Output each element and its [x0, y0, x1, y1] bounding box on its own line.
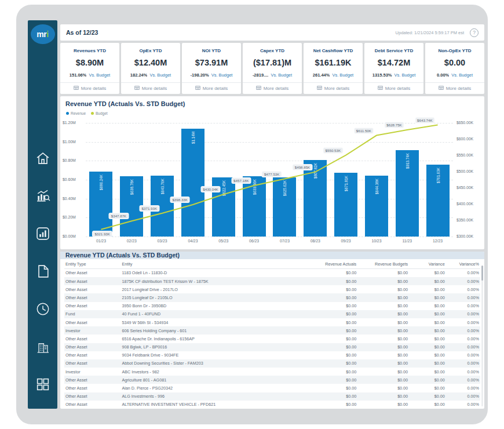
table-scrollbar-track[interactable] — [481, 266, 483, 406]
sidebar-item-home[interactable] — [35, 150, 51, 166]
more-details-link[interactable]: More details — [425, 82, 484, 94]
kpi-variance-pct: -2819.... — [253, 72, 269, 78]
table-cell: 0.00% — [446, 318, 480, 326]
x-axis-label: 10/23 — [361, 239, 392, 243]
table-row[interactable]: Other AssetAgriculture 801 - AG081$0.00$… — [64, 376, 480, 384]
more-details-label: More details — [81, 86, 107, 91]
table-cell: 0.00% — [446, 293, 480, 301]
table-cell: $0.00 — [409, 384, 446, 392]
table-cell: Other Asset — [64, 293, 120, 301]
table-row[interactable]: InvestorABC Investors - 982$0.00$0.00$0.… — [64, 368, 480, 376]
table-scrollbar-thumb[interactable] — [481, 266, 483, 281]
more-details-link[interactable]: More details — [364, 82, 423, 94]
kpi-card-4: Capex YTD($17.81)M-2819....Vs. BudgetMor… — [243, 43, 302, 94]
chart-plot: $1.20M$1.00M$0.80M$0.60M$0.40M$0.20M$0.0… — [86, 123, 453, 237]
table-col-header[interactable]: Variance — [409, 259, 446, 269]
table-cell: 0.00% — [446, 401, 480, 409]
sidebar-item-properties[interactable] — [35, 339, 51, 355]
kpi-card-1: Revenues YTD$8.90M151.06%Vs. BudgetMore … — [60, 43, 119, 94]
table-cell: $0.00 — [409, 268, 446, 277]
table-cell: Other Asset — [64, 351, 120, 359]
table-col-header[interactable]: Revenue Actuals — [307, 259, 357, 269]
table-cell: 5349 W 56th St - 534934 — [120, 318, 307, 326]
table-row[interactable]: Other Asset5349 W 56th St - 534934$0.00$… — [64, 318, 480, 326]
table-cell: 0.00% — [446, 384, 480, 392]
more-details-link[interactable]: More details — [304, 82, 363, 94]
more-details-icon — [256, 85, 261, 92]
table-col-header[interactable]: Entity — [120, 259, 307, 269]
table-row[interactable]: Investor606 Series Holding Company - 601… — [64, 326, 480, 335]
table-row[interactable]: Other Asset2017 Longleaf Drive - 2017LO$… — [64, 285, 480, 293]
kpi-variance-row: -2819....Vs. Budget — [253, 72, 292, 78]
table-cell: 0.00% — [446, 277, 480, 285]
table-row[interactable]: Other Asset9034 Feldbank Drive - 9034FE$… — [64, 351, 480, 359]
right-axis-tick: $350.00K — [456, 218, 482, 222]
sidebar-item-analytics[interactable] — [35, 188, 51, 204]
x-axis-label: 03/23 — [147, 239, 178, 243]
kpi-value: $8.90M — [76, 58, 104, 67]
chart-legend: RevenueBudget — [66, 111, 108, 115]
table-head: Entity TypeEntityRevenue ActualsRevenue … — [64, 259, 480, 269]
sidebar-item-documents[interactable] — [35, 263, 51, 279]
table-cell: $0.00 — [307, 277, 357, 285]
table-col-header[interactable]: Entity Type — [64, 259, 120, 269]
more-details-link[interactable]: More details — [60, 82, 119, 94]
kpi-vs-budget-label: Vs. Budget — [395, 72, 416, 78]
table-cell: 0.00% — [446, 285, 480, 293]
table-cell: Other Asset — [64, 277, 120, 285]
kpi-value: $73.91M — [195, 58, 228, 67]
more-details-link[interactable]: More details — [121, 82, 180, 94]
budget-point-label: $550.53K — [324, 148, 343, 153]
x-axis-label: 05/23 — [208, 239, 239, 243]
table-cell: 606 Series Holding Company - 601 — [120, 326, 307, 335]
properties-icon — [35, 347, 51, 357]
table-cell: $0.00 — [357, 302, 409, 310]
more-details-link[interactable]: More details — [243, 82, 302, 94]
table-cell: 0.00% — [446, 343, 480, 351]
kpi-vs-budget-label: Vs. Budget — [149, 72, 171, 78]
table-row[interactable]: Other Asset1875K CF distribution TEST Kr… — [64, 277, 480, 285]
sidebar-item-history[interactable] — [35, 301, 51, 317]
chart-title: Revenue YTD (Actuals Vs. STD Budget) — [65, 100, 185, 107]
table-cell: ABC Investors - 982 — [120, 368, 307, 376]
logo-text: mri — [36, 30, 48, 39]
table-col-header[interactable]: Variance% — [446, 259, 480, 269]
table-row[interactable]: Other Asset1183 Odell Ln - 11830-D$0.00$… — [64, 268, 480, 277]
sidebar-item-reports[interactable] — [35, 226, 51, 242]
table-cell: $0.00 — [357, 368, 409, 376]
table-row[interactable]: Other AssetALG Investments - 996$0.00$0.… — [64, 392, 480, 401]
table-row[interactable]: Other Asset6516 Apache Dr. Indianapolis … — [64, 335, 480, 343]
table-row[interactable]: Other Asset908 Bglwk, LP - BP0016$0.00$0… — [64, 343, 480, 351]
more-details-label: More details — [385, 86, 411, 91]
table-row[interactable]: Other AssetAlan D. Pierce - PSG20342$0.0… — [64, 384, 480, 392]
table-row[interactable]: Fund40 Fund 1 - 40FUND$0.00$0.00$0.000.0… — [64, 310, 480, 318]
budget-point-label: $611.50K — [355, 128, 373, 133]
table-cell: $0.00 — [409, 326, 446, 335]
mri-logo[interactable]: mri — [31, 24, 55, 44]
table-cell: ALTERNATIVE INVESTMENT VEHICLE - PFD621 — [120, 401, 307, 409]
table-cell: $0.00 — [357, 285, 409, 293]
help-icon[interactable]: ? — [470, 28, 479, 37]
sidebar-item-apps[interactable] — [35, 376, 51, 392]
more-details-link[interactable]: More details — [182, 82, 241, 94]
table-row[interactable]: Other Asset3950 Bonn Dr - 3950BD$0.00$0.… — [64, 302, 480, 310]
kpi-variance-pct: -198.20% — [191, 72, 209, 78]
table-row[interactable]: Other AssetAbbot Downing Securities - Si… — [64, 359, 480, 368]
table-cell: $0.00 — [307, 359, 357, 368]
more-details-label: More details — [264, 86, 289, 91]
table-row[interactable]: Other Asset2105 Longleaf Dr - 2105LO$0.0… — [64, 293, 480, 301]
more-details-icon — [74, 85, 79, 92]
kpi-row: Revenues YTD$8.90M151.06%Vs. BudgetMore … — [60, 43, 484, 94]
table-cell: 40 Fund 1 - 40FUND — [120, 310, 307, 318]
table-col-header[interactable]: Revenue Budgets — [357, 259, 409, 269]
main-content: As of 12/23 Updated: 1/21/2024 5:59:17 P… — [60, 24, 484, 409]
table-cell: $0.00 — [357, 401, 409, 409]
table-cell: Agriculture 801 - AG081 — [120, 376, 307, 384]
table-cell: Other Asset — [64, 401, 120, 409]
more-details-label: More details — [203, 86, 228, 91]
kpi-card-6: Debt Service YTD$14.72M1315.53%Vs. Budge… — [364, 43, 423, 94]
table-cell: 1875K CF distribution TEST Krissm W - 18… — [120, 277, 307, 285]
table-row[interactable]: Other AssetALTERNATIVE INVESTMENT VEHICL… — [64, 401, 480, 409]
table-cell: Other Asset — [64, 268, 120, 277]
kpi-variance-pct: 151.06% — [70, 72, 87, 78]
